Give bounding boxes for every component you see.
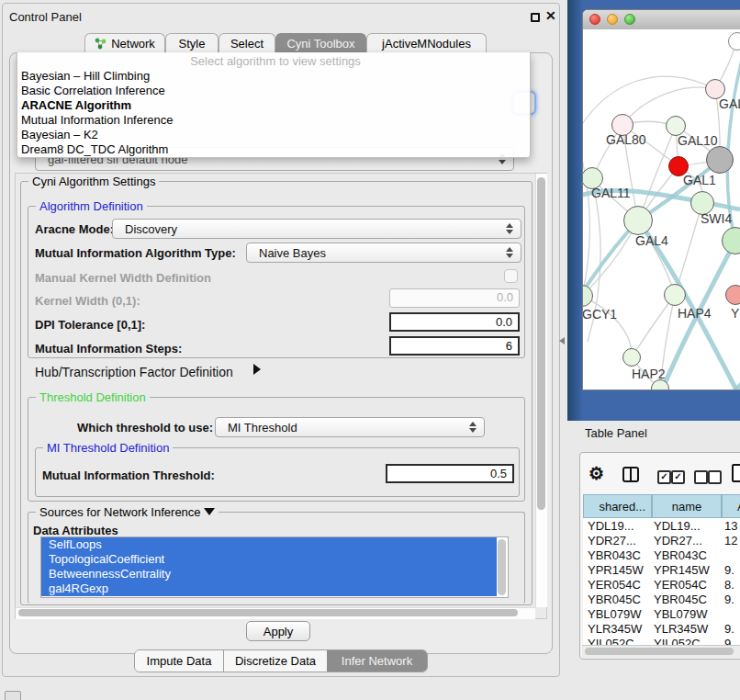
tab-discretize-data[interactable]: Discretize Data: [223, 650, 327, 672]
which-threshold-label: Which threshold to use:: [77, 421, 213, 435]
node-label: GCY1: [583, 307, 617, 322]
list-item[interactable]: BetweennessCentrality: [41, 567, 497, 581]
network-canvas[interactable]: GAL GAL80 GAL10 GAL1 GAL11 SWI4 GAL4 HAP…: [583, 29, 740, 390]
mi-threshold-field[interactable]: 0.5: [386, 464, 514, 483]
minimized-panel-icon[interactable]: [5, 691, 21, 700]
expander-collapsed-icon[interactable]: [253, 364, 261, 375]
algorithm-dropdown-popup: Select algorithm to view settings Bayesi…: [17, 52, 531, 158]
unchecked-checkbox-icon[interactable]: [708, 470, 722, 484]
list-vscrollbar-thumb[interactable]: [498, 539, 506, 595]
node-label: GAL4: [635, 233, 668, 248]
tab-cyni-toolbox[interactable]: Cyni Toolbox: [275, 33, 366, 53]
desktop-left-shade: [567, 0, 583, 421]
node-label: GAL: [719, 96, 740, 111]
list-item[interactable]: gal4RGexp: [41, 581, 497, 596]
node-salmon[interactable]: [725, 285, 740, 305]
manual-kernel-label: Manual Kernel Width Definition: [35, 271, 211, 285]
gear-icon[interactable]: ⚙: [589, 463, 604, 484]
dropdown-item[interactable]: Bayesian – Hill Climbing: [17, 69, 530, 83]
dropdown-item[interactable]: Mutual Information Inference: [17, 113, 530, 127]
table-body: YDL19...YDL19...13 YDR27...YDR27...12 YB…: [583, 518, 740, 645]
minimize-traffic-light[interactable]: [607, 14, 618, 25]
zoom-traffic-light[interactable]: [624, 14, 635, 25]
node-label: HAP4: [678, 306, 712, 321]
document-icon[interactable]: [732, 464, 740, 482]
checked-checkbox-icon[interactable]: ✓: [657, 470, 671, 484]
list-item[interactable]: SelfLoops: [41, 537, 497, 552]
float-window-icon[interactable]: [531, 13, 540, 22]
mi-type-label: Mutual Information Algorithm Type:: [35, 246, 236, 260]
aracne-mode-combo[interactable]: Discovery: [112, 219, 521, 239]
node-gray[interactable]: [706, 146, 734, 174]
dropdown-prompt: Select algorithm to view settings: [17, 54, 530, 68]
apply-button[interactable]: Apply: [246, 621, 310, 641]
table-row[interactable]: YER054C: [588, 578, 641, 592]
mi-type-combo[interactable]: Naive Bayes: [246, 243, 521, 263]
table-row[interactable]: YBR045C: [588, 593, 641, 606]
table-row[interactable]: YBR043C: [588, 548, 641, 562]
close-icon[interactable]: ✕: [545, 8, 556, 23]
node-gal4[interactable]: [623, 206, 653, 235]
table-row[interactable]: YBL079W: [588, 607, 642, 621]
group-title: Threshold Definition: [36, 390, 150, 404]
aracne-mode-label: Aracne Mode:: [35, 222, 114, 236]
settings-vscrollbar-thumb[interactable]: [537, 177, 545, 510]
tab-jactivemnodules[interactable]: jActiveMNodules: [366, 33, 487, 53]
tab-impute-data[interactable]: Impute Data: [135, 650, 223, 672]
manual-kernel-checkbox[interactable]: [504, 269, 518, 283]
sources-expander[interactable]: Sources for Network Inference: [36, 505, 219, 519]
table-row[interactable]: YPR145W: [588, 563, 644, 577]
node-partial-top[interactable]: [728, 32, 740, 51]
table-row[interactable]: YDR27...: [588, 534, 636, 548]
columns-icon[interactable]: [622, 467, 639, 482]
group-title: Cyni Algorithm Settings: [28, 175, 159, 188]
table-header-partial[interactable]: A: [722, 494, 740, 518]
which-threshold-combo[interactable]: MI Threshold: [215, 417, 485, 437]
table-hscrollbar-thumb[interactable]: [585, 648, 734, 655]
data-attributes-label: Data Attributes: [33, 524, 118, 537]
table-header-shared[interactable]: shared...: [583, 494, 652, 518]
dropdown-item[interactable]: Dream8 DC_TDC Algorithm: [17, 142, 530, 156]
node-label: GAL1: [683, 173, 716, 187]
node-label: GAL80: [606, 132, 646, 147]
data-attributes-list[interactable]: SelfLoops TopologicalCoefficient Between…: [40, 536, 509, 598]
dropdown-item[interactable]: Basic Correlation Inference: [17, 84, 530, 97]
close-traffic-light[interactable]: [589, 14, 600, 25]
group-title: Algorithm Definition: [36, 199, 147, 213]
table-row[interactable]: YDL19...: [588, 519, 634, 533]
tab-select[interactable]: Select: [219, 33, 275, 53]
dropdown-item-selected[interactable]: ARACNE Algorithm: [17, 98, 530, 112]
dpi-tolerance-field[interactable]: 0.0: [389, 312, 520, 332]
tab-network[interactable]: Network: [84, 33, 165, 53]
tab-infer-network[interactable]: Infer Network: [327, 650, 427, 672]
checked-checkbox-icon[interactable]: ✓: [671, 470, 685, 484]
node-label: SWI4: [701, 211, 732, 226]
application-window: GAL GAL80 GAL10 GAL1 GAL11 SWI4 GAL4 HAP…: [0, 0, 740, 700]
unchecked-checkbox-icon[interactable]: [694, 470, 708, 484]
table-row[interactable]: YIL052C: [588, 637, 634, 645]
tab-label: Network: [111, 37, 155, 51]
network-icon: [95, 38, 107, 50]
control-panel-title: Control Panel: [9, 10, 82, 24]
node-hap4[interactable]: [664, 284, 686, 306]
table-row[interactable]: YLR345W: [588, 622, 642, 636]
group-title: MI Threshold Definition: [43, 441, 173, 455]
table-header-name[interactable]: name: [652, 494, 722, 518]
node-hap2[interactable]: [622, 348, 641, 367]
list-item[interactable]: TopologicalCoefficient: [41, 552, 497, 567]
tab-style[interactable]: Style: [165, 33, 219, 53]
splitpane-collapse-arrow-icon[interactable]: [559, 337, 565, 344]
mi-threshold-label: Mutual Information Threshold:: [42, 469, 215, 482]
table-panel-title: Table Panel: [585, 426, 647, 440]
mi-steps-field[interactable]: 6: [389, 336, 520, 356]
dpi-tolerance-label: DPI Tolerance [0,1]:: [35, 318, 145, 332]
kernel-width-field[interactable]: 0.0: [389, 288, 520, 308]
hub-expander-label[interactable]: Hub/Transcription Factor Definition: [35, 365, 233, 379]
node-label: HAP2: [632, 367, 666, 381]
node-label: Y: [731, 306, 739, 321]
settings-hscrollbar-thumb[interactable]: [18, 609, 518, 616]
dropdown-item[interactable]: Bayesian – K2: [17, 128, 530, 141]
node-label: GAL10: [678, 133, 718, 148]
node-label: GAL11: [591, 186, 631, 200]
kernel-width-label: Kernel Width (0,1):: [35, 294, 140, 308]
